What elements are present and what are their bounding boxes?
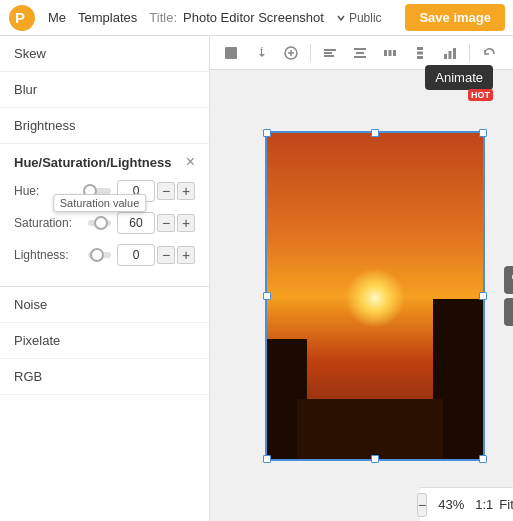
handle-top-right[interactable] — [479, 129, 487, 137]
lightness-thumb[interactable] — [90, 248, 104, 262]
saturation-label: Saturation: — [14, 216, 82, 230]
move-icon — [253, 45, 269, 61]
public-selector[interactable]: Public — [336, 11, 382, 25]
logo-icon[interactable]: P — [8, 4, 36, 32]
svg-rect-12 — [393, 50, 396, 56]
animate-button[interactable]: Animate — [425, 65, 493, 90]
me-nav[interactable]: Me — [48, 10, 66, 25]
lightness-track[interactable] — [88, 252, 111, 258]
add-tool-button[interactable] — [278, 40, 304, 66]
undo-icon — [482, 46, 496, 60]
svg-rect-2 — [225, 47, 237, 59]
handle-bottom-right[interactable] — [479, 455, 487, 463]
fit-button[interactable]: Fit — [499, 497, 513, 512]
saturation-increment-button[interactable]: + — [177, 214, 195, 232]
zoom-ratio: 1:1 — [475, 497, 493, 512]
redo-button[interactable] — [506, 40, 513, 66]
handle-middle-right[interactable] — [479, 292, 487, 300]
bottom-bar: − 43% 1:1 Fit + — [420, 487, 513, 521]
left-panel: Skew Blur Brightness Hue/Saturation/Ligh… — [0, 36, 210, 521]
panel-item-pixelate[interactable]: Pixelate — [0, 323, 209, 359]
saturation-tooltip: Saturation value — [53, 194, 147, 212]
save-button[interactable]: Save image — [405, 4, 505, 31]
handle-bottom-center[interactable] — [371, 455, 379, 463]
panel-item-skew[interactable]: Skew — [0, 36, 209, 72]
svg-rect-18 — [453, 48, 456, 59]
chart-button[interactable] — [437, 40, 463, 66]
shape-icon — [223, 45, 239, 61]
header-title-area: Title: Photo Editor Screenshot Public — [149, 10, 393, 25]
image-placeholder[interactable] — [265, 131, 485, 461]
add-icon — [283, 45, 299, 61]
buildings-mid — [297, 399, 443, 459]
header: P Me Templates Title: Photo Editor Scree… — [0, 0, 513, 36]
distribute-v-icon — [412, 45, 428, 61]
panel-item-rgb[interactable]: RGB — [0, 359, 209, 395]
panel-item-brightness[interactable]: Brightness — [0, 108, 209, 144]
distribute-v-button[interactable] — [407, 40, 433, 66]
public-label: Public — [349, 11, 382, 25]
handle-top-center[interactable] — [371, 129, 379, 137]
hue-increment-button[interactable]: + — [177, 182, 195, 200]
align-left-icon — [322, 45, 338, 61]
distribute-h-button[interactable] — [377, 40, 403, 66]
svg-rect-13 — [417, 47, 423, 50]
saturation-thumb[interactable] — [94, 216, 108, 230]
lightness-input-group: − + — [117, 244, 195, 266]
svg-rect-11 — [389, 50, 392, 56]
svg-rect-17 — [449, 51, 452, 59]
svg-rect-5 — [324, 52, 332, 54]
canvas-image[interactable]: Animate HOT — [265, 131, 485, 461]
templates-nav[interactable]: Templates — [78, 10, 137, 25]
distribute-h-icon — [382, 45, 398, 61]
collapse-button[interactable] — [504, 298, 513, 326]
handle-top-left[interactable] — [263, 129, 271, 137]
svg-rect-16 — [444, 54, 447, 59]
header-nav: Me Templates — [48, 10, 137, 25]
svg-rect-9 — [354, 56, 366, 58]
lightness-label: Lightness: — [14, 248, 82, 262]
zoom-out-button[interactable]: − — [417, 493, 427, 517]
svg-rect-10 — [384, 50, 387, 56]
main-layout: Skew Blur Brightness Hue/Saturation/Ligh… — [0, 36, 513, 521]
toolbar-divider-1 — [310, 44, 311, 62]
saturation-row: Saturation: Saturation value − + — [14, 212, 195, 234]
saturation-decrement-button[interactable]: − — [157, 214, 175, 232]
hsl-panel: Hue/Saturation/Lightness × Hue: − + Satu… — [0, 144, 209, 287]
hue-decrement-button[interactable]: − — [157, 182, 175, 200]
saturation-input-group: − + — [117, 212, 195, 234]
saturation-input[interactable] — [117, 212, 155, 234]
svg-rect-8 — [356, 52, 364, 54]
panel-item-blur[interactable]: Blur — [0, 72, 209, 108]
expand-button[interactable] — [504, 266, 513, 294]
hsl-close-button[interactable]: × — [186, 154, 195, 170]
move-tool-button[interactable] — [248, 40, 274, 66]
sun-glow — [345, 268, 405, 328]
panel-item-noise[interactable]: Noise — [0, 287, 209, 323]
lightness-input[interactable] — [117, 244, 155, 266]
align-center-icon — [352, 45, 368, 61]
svg-rect-6 — [324, 55, 334, 57]
handle-bottom-left[interactable] — [263, 455, 271, 463]
title-value[interactable]: Photo Editor Screenshot — [183, 10, 324, 25]
svg-rect-14 — [417, 51, 423, 54]
canvas-area[interactable]: Animate HOT — [210, 70, 513, 521]
align-left-button[interactable] — [317, 40, 343, 66]
saturation-track[interactable]: Saturation value — [88, 220, 111, 226]
align-center-button[interactable] — [347, 40, 373, 66]
undo-button[interactable] — [476, 40, 502, 66]
toolbar-right — [476, 40, 513, 66]
hot-badge: HOT — [468, 89, 493, 101]
hsl-header: Hue/Saturation/Lightness × — [14, 154, 195, 170]
title-label: Title: — [149, 10, 177, 25]
lightness-increment-button[interactable]: + — [177, 246, 195, 264]
handle-middle-left[interactable] — [263, 292, 271, 300]
right-icons — [504, 266, 513, 326]
canvas-container: Animate HOT — [210, 36, 513, 521]
svg-text:P: P — [15, 9, 25, 26]
zoom-value[interactable]: 43% — [433, 497, 469, 512]
chevron-down-icon — [336, 13, 346, 23]
toolbar-divider-2 — [469, 44, 470, 62]
shape-tool-button[interactable] — [218, 40, 244, 66]
lightness-decrement-button[interactable]: − — [157, 246, 175, 264]
